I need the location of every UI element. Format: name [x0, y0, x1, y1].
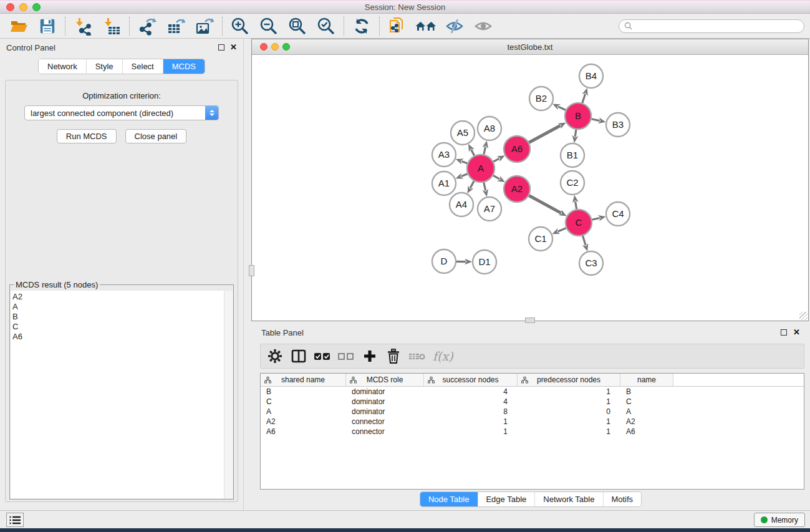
cell-MCDS-role[interactable]: dominator — [346, 407, 424, 416]
cell-shared-name[interactable]: C — [261, 397, 346, 406]
mcds-result-list[interactable]: A2ABCA6 — [11, 291, 224, 498]
column-header-name[interactable]: name — [620, 374, 673, 386]
add-column-button[interactable] — [360, 347, 379, 365]
cell-predecessor-nodes[interactable]: 1 — [518, 417, 620, 426]
close-window-button[interactable] — [6, 3, 14, 11]
graph-edge-A-A5[interactable] — [471, 150, 475, 156]
panel-grip[interactable] — [249, 265, 254, 276]
optimization-criterion-dropdown[interactable]: largest connected component (directed) — [24, 105, 219, 120]
graph-edge-A-A1[interactable] — [461, 174, 468, 177]
graph-edge-A-A6[interactable] — [493, 158, 499, 162]
result-item[interactable]: C — [12, 322, 224, 332]
result-item[interactable]: A — [12, 302, 224, 312]
graph-edge-A-A8[interactable] — [484, 147, 486, 154]
zoom-fit-button[interactable] — [285, 16, 310, 37]
export-table-button[interactable] — [163, 16, 188, 37]
show-columns-button[interactable] — [289, 347, 308, 365]
run-mcds-button[interactable]: Run MCDS — [57, 129, 117, 143]
cell-predecessor-nodes[interactable]: 1 — [518, 387, 620, 396]
graph-edge-A-A7[interactable] — [484, 182, 486, 190]
result-scrollbar[interactable] — [224, 291, 233, 498]
cell-name[interactable]: A6 — [620, 427, 673, 436]
close-panel-icon[interactable]: ✕ — [793, 329, 800, 336]
task-history-button[interactable] — [6, 513, 24, 527]
result-item[interactable]: A6 — [12, 332, 224, 342]
cell-shared-name[interactable]: A6 — [261, 427, 346, 436]
close-panel-icon[interactable]: ✕ — [230, 44, 237, 51]
table-row[interactable]: A6connector11A6 — [261, 427, 804, 437]
cell-predecessor-nodes[interactable]: 0 — [518, 407, 620, 416]
cell-MCDS-role[interactable]: connector — [346, 417, 424, 426]
graph-edge-A6-B[interactable] — [529, 125, 561, 142]
export-image-button[interactable] — [192, 16, 217, 37]
cell-name[interactable]: C — [620, 397, 673, 406]
open-session-button[interactable] — [6, 16, 31, 37]
clone-network-button[interactable] — [385, 16, 410, 37]
panel-grip[interactable] — [525, 317, 535, 323]
close-panel-button[interactable]: Close panel — [125, 129, 187, 143]
cell-MCDS-role[interactable]: dominator — [346, 387, 424, 396]
table-row[interactable]: A2connector11A2 — [261, 417, 804, 427]
table-row[interactable]: Bdominator41B — [261, 387, 804, 397]
result-item[interactable]: A2 — [12, 292, 224, 302]
tab-select[interactable]: Select — [123, 59, 163, 74]
cell-name[interactable]: B — [620, 387, 673, 396]
network-minimize-button[interactable] — [271, 43, 279, 51]
cell-successor-nodes[interactable]: 8 — [424, 407, 518, 416]
cell-predecessor-nodes[interactable]: 1 — [518, 427, 620, 436]
dropdown-stepper-icon[interactable] — [205, 106, 218, 120]
cell-successor-nodes[interactable]: 4 — [424, 397, 518, 406]
maximize-window-button[interactable] — [32, 3, 41, 11]
column-header-MCDS-role[interactable]: MCDS role — [346, 374, 424, 386]
cell-successor-nodes[interactable]: 1 — [424, 427, 518, 436]
delete-column-button[interactable] — [408, 347, 427, 365]
tab-style[interactable]: Style — [87, 59, 123, 74]
home-view-button[interactable] — [413, 16, 438, 37]
cell-MCDS-role[interactable]: dominator — [346, 397, 424, 406]
graph-edge-A-A4[interactable] — [470, 181, 474, 188]
float-panel-icon[interactable] — [218, 44, 224, 51]
cell-shared-name[interactable]: A2 — [261, 417, 346, 426]
graph-edge-C-C4[interactable] — [592, 218, 599, 220]
node-table[interactable]: shared nameMCDS rolesuccessor nodesprede… — [260, 373, 804, 490]
search-box[interactable] — [619, 19, 804, 33]
graph-edge-C-C2[interactable] — [576, 201, 577, 210]
network-window-titlebar[interactable]: testGlobe.txt — [252, 39, 808, 55]
resize-handle-icon[interactable] — [799, 312, 808, 320]
zoom-selected-button[interactable] — [314, 16, 339, 37]
network-maximize-button[interactable] — [282, 43, 290, 51]
cell-predecessor-nodes[interactable]: 1 — [518, 397, 620, 406]
show-panel-button[interactable] — [471, 16, 496, 37]
cell-name[interactable]: A — [620, 407, 673, 416]
apply-layout-button[interactable] — [349, 16, 374, 37]
tab-network-table[interactable]: Network Table — [535, 492, 603, 506]
network-close-button[interactable] — [260, 43, 268, 51]
tab-edge-table[interactable]: Edge Table — [478, 492, 535, 506]
select-all-button[interactable] — [313, 347, 332, 365]
tab-network[interactable]: Network — [39, 59, 87, 74]
function-builder-button[interactable]: f(x) — [432, 349, 453, 363]
column-header-successor-nodes[interactable]: successor nodes — [424, 374, 518, 386]
cell-name[interactable]: A2 — [620, 417, 673, 426]
deselect-all-button[interactable] — [337, 347, 355, 365]
graph-edge-C-C3[interactable] — [582, 236, 586, 245]
import-table-button[interactable] — [99, 16, 124, 37]
table-row[interactable]: Adominator80A — [261, 407, 804, 417]
tab-mcds[interactable]: MCDS — [163, 59, 205, 74]
result-item[interactable]: B — [12, 312, 224, 322]
search-input[interactable] — [635, 22, 799, 31]
hide-panels-button[interactable] — [442, 16, 467, 37]
export-network-button[interactable] — [135, 16, 160, 37]
table-row[interactable]: Cdominator41C — [261, 397, 804, 407]
cell-shared-name[interactable]: A — [261, 407, 346, 416]
zoom-out-button[interactable] — [256, 16, 281, 37]
cell-MCDS-role[interactable]: connector — [346, 427, 424, 436]
graph-edge-B-B4[interactable] — [582, 94, 586, 104]
graph-edge-B-B1[interactable] — [575, 130, 576, 137]
tab-motifs[interactable]: Motifs — [603, 492, 641, 506]
tab-node-table[interactable]: Node Table — [420, 492, 478, 506]
minimize-window-button[interactable] — [19, 3, 27, 11]
float-panel-icon[interactable] — [781, 329, 787, 336]
network-graph-canvas[interactable]: B4B2BB3A5A8A6A3B1AA1C2A2A4A7C4CC1DD1C3 — [253, 56, 809, 321]
graph-edge-A2-C[interactable] — [529, 196, 561, 213]
